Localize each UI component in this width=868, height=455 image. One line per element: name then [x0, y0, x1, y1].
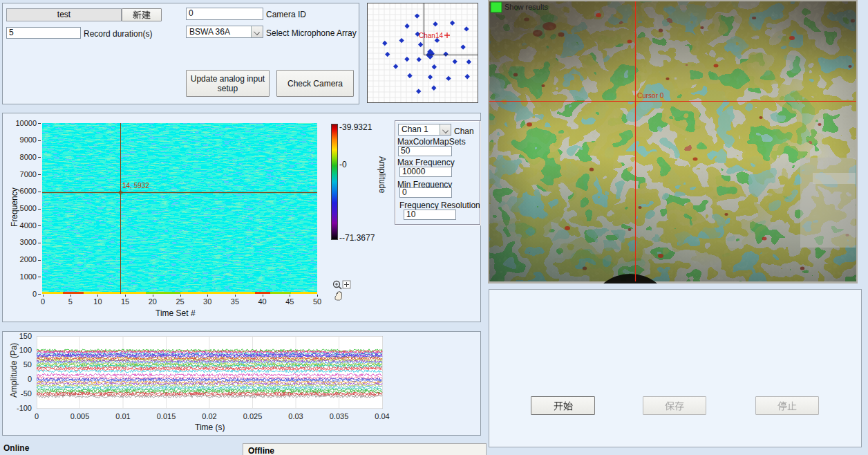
- svg-text:Show results: Show results: [504, 3, 548, 11]
- svg-text:Cursor 0: Cursor 0: [637, 92, 664, 100]
- svg-text:Chan14: Chan14: [419, 32, 443, 39]
- svg-text:14, 5932: 14, 5932: [122, 182, 149, 189]
